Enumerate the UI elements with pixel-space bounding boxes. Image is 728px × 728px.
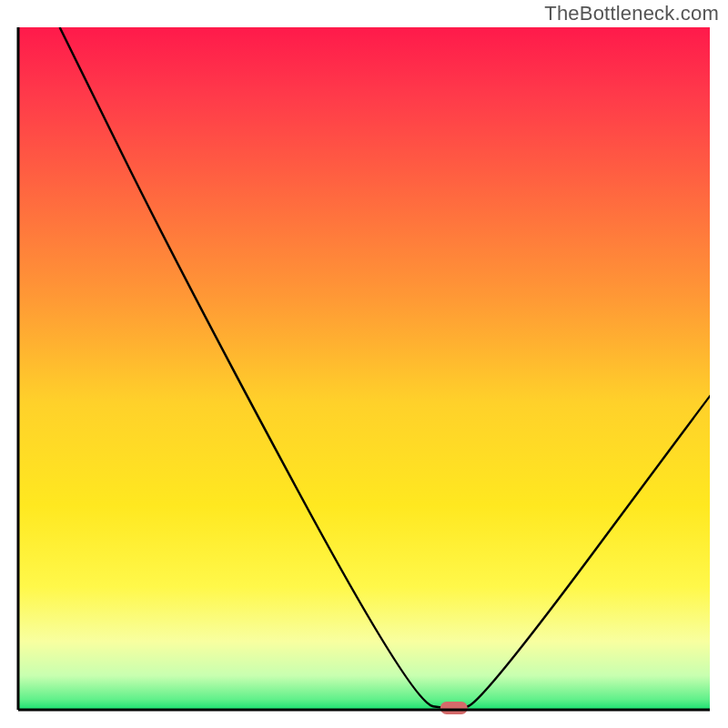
- watermark-text: TheBottleneck.com: [544, 2, 719, 25]
- optimal-marker: [440, 702, 468, 714]
- bottleneck-chart: [0, 0, 728, 728]
